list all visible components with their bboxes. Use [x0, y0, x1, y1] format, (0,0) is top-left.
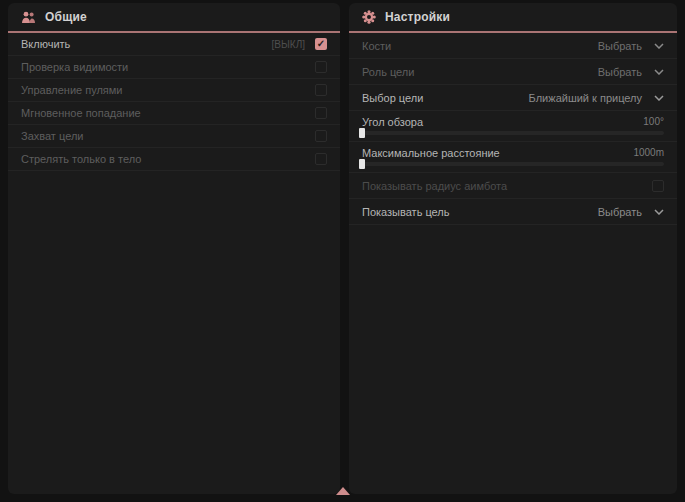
instant-hit-checkbox[interactable]: [315, 107, 327, 119]
bones-dropdown-value: Выбрать: [598, 40, 642, 52]
chevron-down-icon: [654, 69, 664, 75]
row-max-distance: Максимальное расстояние 1000m: [349, 142, 677, 173]
checkmark-icon: ✓: [317, 39, 325, 49]
row-target-selection[interactable]: Выбор цели Ближайший к прицелу: [349, 85, 677, 111]
row-show-target[interactable]: Показывать цель Выбрать: [349, 199, 677, 225]
general-rows: Включить [ВЫКЛ] ✓ Проверка видимости Упр…: [8, 33, 340, 171]
gear-icon: [362, 10, 376, 24]
row-target-role-label: Роль цели: [362, 66, 414, 78]
row-instant-hit-label: Мгновенное попадание: [21, 107, 141, 119]
row-target-lock[interactable]: Захват цели: [8, 125, 340, 148]
keybind-label[interactable]: [ВЫКЛ]: [272, 39, 305, 50]
body-only-checkbox[interactable]: [315, 153, 327, 165]
chevron-down-icon: [654, 209, 664, 215]
row-show-aim-radius-label: Показывать радиус аимбота: [362, 180, 507, 192]
row-fov: Угол обзора 100°: [349, 111, 677, 142]
row-instant-hit[interactable]: Мгновенное попадание: [8, 102, 340, 125]
row-visibility-check-label: Проверка видимости: [21, 61, 128, 73]
mod-menu: Общие Включить [ВЫКЛ] ✓ Проверка видимос…: [0, 0, 685, 502]
fov-value: 100°: [643, 116, 664, 127]
fov-slider[interactable]: [362, 131, 664, 135]
panel-settings: Настройки Кости Выбрать Роль цели Выбрат…: [349, 3, 677, 494]
target-selection-dropdown[interactable]: Ближайший к прицелу: [529, 92, 664, 104]
visibility-check-checkbox[interactable]: [315, 61, 327, 73]
target-role-dropdown[interactable]: Выбрать: [598, 66, 664, 78]
settings-rows: Кости Выбрать Роль цели Выбрать Выбор це…: [349, 33, 677, 225]
bullet-control-checkbox[interactable]: [315, 84, 327, 96]
row-bullet-control-label: Управление пулями: [21, 84, 123, 96]
panel-general-header: Общие: [8, 3, 340, 33]
enable-checkbox[interactable]: ✓: [315, 38, 327, 50]
row-target-role[interactable]: Роль цели Выбрать: [349, 59, 677, 85]
show-target-dropdown[interactable]: Выбрать: [598, 206, 664, 218]
chevron-down-icon: [654, 95, 664, 101]
row-show-target-label: Показывать цель: [362, 206, 450, 218]
chevron-down-icon: [654, 43, 664, 49]
panel-general-title: Общие: [45, 10, 87, 24]
panel-settings-title: Настройки: [385, 10, 450, 24]
row-show-aim-radius[interactable]: Показывать радиус аимбота: [349, 173, 677, 199]
target-selection-dropdown-value: Ближайший к прицелу: [529, 92, 642, 104]
fov-slider-handle[interactable]: [359, 128, 365, 138]
show-target-dropdown-value: Выбрать: [598, 206, 642, 218]
row-bullet-control[interactable]: Управление пулями: [8, 79, 340, 102]
row-max-distance-label: Максимальное расстояние: [362, 147, 500, 159]
max-distance-value: 1000m: [633, 147, 664, 158]
target-role-dropdown-value: Выбрать: [598, 66, 642, 78]
row-target-selection-label: Выбор цели: [362, 92, 423, 104]
scroll-up-arrow-icon[interactable]: [336, 487, 350, 495]
row-target-lock-label: Захват цели: [21, 130, 83, 142]
row-visibility-check[interactable]: Проверка видимости: [8, 56, 340, 79]
row-bones-label: Кости: [362, 40, 391, 52]
show-aim-radius-checkbox[interactable]: [652, 180, 664, 192]
panel-settings-header: Настройки: [349, 3, 677, 33]
row-enable-label: Включить: [21, 38, 70, 50]
row-bones[interactable]: Кости Выбрать: [349, 33, 677, 59]
max-distance-slider[interactable]: [362, 162, 664, 166]
row-body-only-label: Стрелять только в тело: [21, 153, 141, 165]
row-enable[interactable]: Включить [ВЫКЛ] ✓: [8, 33, 340, 56]
bones-dropdown[interactable]: Выбрать: [598, 40, 664, 52]
users-icon: [21, 11, 36, 24]
row-body-only[interactable]: Стрелять только в тело: [8, 148, 340, 171]
target-lock-checkbox[interactable]: [315, 130, 327, 142]
panel-general: Общие Включить [ВЫКЛ] ✓ Проверка видимос…: [8, 3, 340, 494]
row-fov-label: Угол обзора: [362, 116, 423, 128]
max-distance-slider-handle[interactable]: [359, 159, 365, 169]
